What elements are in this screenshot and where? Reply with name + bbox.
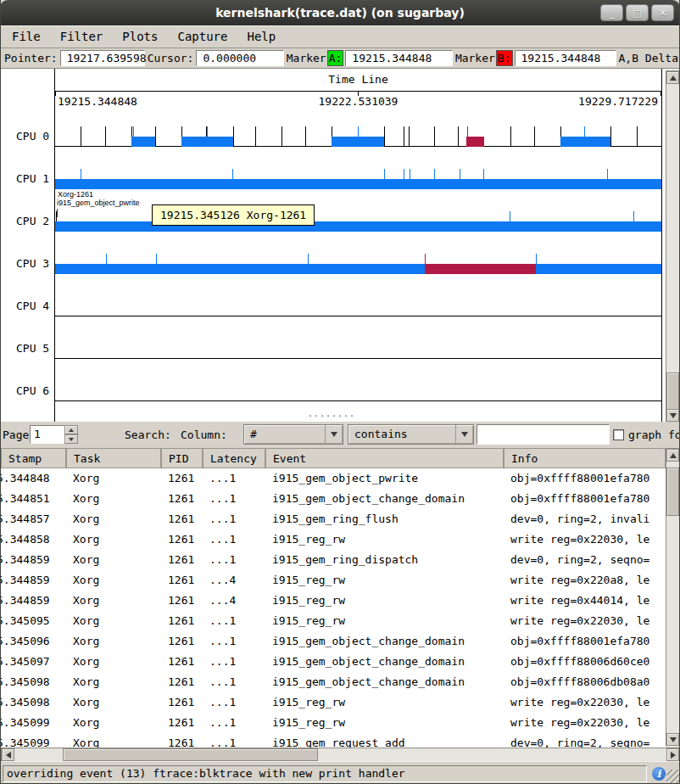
close-button[interactable]: ✕ (651, 4, 674, 21)
sched-bar-blue[interactable] (560, 137, 610, 147)
table-row[interactable]: 5.344859Xorg1261...4i915_reg_rwwrite reg… (1, 591, 666, 611)
match-select[interactable]: contains (348, 424, 474, 445)
sched-bar-blue[interactable] (332, 137, 384, 147)
column-header-info[interactable]: Info (504, 448, 666, 468)
sched-bar-red[interactable] (425, 264, 536, 274)
sched-bar-blue[interactable] (55, 221, 661, 232)
cpu-label: CPU 0 (16, 130, 49, 144)
cell-stamp: 5.344848 (1, 468, 66, 489)
table-row[interactable]: 5.344851Xorg1261...1i915_gem_object_chan… (1, 489, 666, 509)
resize-grip-icon[interactable] (666, 770, 680, 784)
event-tick[interactable] (233, 126, 234, 147)
table-scroll-thumb[interactable] (666, 468, 679, 516)
menu-file[interactable]: File (9, 28, 43, 45)
menu-help[interactable]: Help (244, 28, 278, 45)
splitter-handle[interactable]: ········ (1, 413, 662, 420)
sched-bar-red[interactable] (466, 137, 484, 147)
menu-capture[interactable]: Capture (175, 28, 230, 45)
column-header-event[interactable]: Event (265, 448, 504, 468)
event-tick[interactable] (409, 126, 410, 147)
table-row[interactable]: 5.345096Xorg1261...1i915_gem_object_chan… (1, 631, 666, 652)
graph-scroll-down-button[interactable] (666, 409, 679, 422)
table-row[interactable]: 5.345095Xorg1261...1i915_reg_rwwrite reg… (1, 611, 666, 631)
event-tick[interactable] (255, 126, 256, 147)
graph-scroll-thumb[interactable] (666, 372, 679, 410)
event-tick[interactable] (281, 126, 282, 147)
maximize-button[interactable]: □ (626, 4, 649, 21)
sched-bar-blue[interactable] (55, 264, 661, 274)
table-scroll-left-button[interactable] (2, 748, 14, 761)
event-tick[interactable] (105, 126, 106, 147)
column-header-task[interactable]: Task (66, 448, 161, 468)
info-icon[interactable]: i (652, 767, 666, 781)
graph-follows-checkbox[interactable] (613, 429, 624, 440)
cpu-label-gutter: CPU 0CPU 1CPU 2CPU 3CPU 4CPU 5CPU 6 (1, 69, 53, 422)
cell-pid: 1261 (161, 529, 203, 550)
table-scroll-down-button[interactable] (666, 733, 679, 746)
search-input[interactable] (477, 424, 610, 445)
minimize-button[interactable]: _ (600, 4, 623, 21)
cell-latency: ...1 (203, 468, 265, 489)
event-tick[interactable] (458, 126, 459, 147)
event-tick[interactable] (305, 126, 306, 147)
arrow-up-icon (69, 428, 74, 432)
table-row[interactable]: 5.345097Xorg1261...1i915_gem_object_chan… (1, 652, 666, 672)
table-row[interactable]: 5.345099Xorg1261...1i915_reg_rwwrite reg… (1, 713, 666, 733)
task-label-tick (57, 209, 58, 217)
match-select-value: contains (348, 425, 455, 444)
event-tick[interactable] (81, 126, 81, 147)
column-select[interactable]: # (243, 424, 343, 445)
statusbar: overriding event (13) ftrace:blktrace wi… (1, 764, 680, 784)
graph-vscrollbar[interactable] (666, 70, 680, 423)
plot-area[interactable] (55, 69, 661, 422)
event-tick[interactable] (384, 126, 385, 147)
page-down-button[interactable] (64, 434, 78, 444)
table-row[interactable]: 5.345098Xorg1261...1i915_reg_rwwrite reg… (1, 692, 666, 713)
table-row[interactable]: 5.345098Xorg1261...1i915_gem_object_chan… (1, 672, 666, 692)
cell-event: i915_gem_object_change_domain (265, 489, 504, 509)
cell-event: i915_reg_rw (265, 529, 504, 550)
menu-plots[interactable]: Plots (120, 28, 160, 45)
table-hscroll-thumb[interactable] (63, 748, 318, 761)
cell-task: Xorg (66, 550, 161, 570)
sched-bar-blue[interactable] (131, 137, 155, 147)
table-row[interactable]: 5.344858Xorg1261...1i915_reg_rwwrite reg… (1, 529, 666, 550)
graph-scroll-up-button[interactable] (666, 71, 679, 84)
event-tick[interactable] (637, 126, 638, 147)
window-controls: _ □ ✕ (600, 4, 674, 21)
sched-bar-blue[interactable] (181, 137, 233, 147)
page-value[interactable]: 1 (30, 425, 64, 444)
page-spinner[interactable]: 1 (30, 425, 78, 444)
event-tick[interactable] (610, 126, 611, 147)
page-spin-buttons (64, 425, 78, 444)
column-header-pid[interactable]: PID (161, 448, 203, 468)
page-up-button[interactable] (64, 425, 78, 434)
event-tick[interactable] (510, 126, 511, 147)
sched-bar-blue[interactable] (55, 179, 661, 189)
table-row[interactable]: 5.344848Xorg1261...1i915_gem_object_pwri… (1, 468, 666, 489)
cell-event: i915_reg_rw (265, 692, 504, 713)
column-header-stamp[interactable]: Stamp (1, 448, 66, 468)
table-scroll-up-button[interactable] (666, 449, 679, 462)
event-tick[interactable] (434, 126, 435, 147)
cell-pid: 1261 (161, 489, 203, 509)
table-scroll-right-button[interactable] (666, 748, 679, 761)
event-tick[interactable] (155, 126, 156, 147)
marker-b-badge[interactable]: B: (496, 50, 513, 66)
table-hscrollbar[interactable] (1, 748, 680, 762)
menu-filter[interactable]: Filter (58, 28, 106, 45)
cell-stamp: 5.344859 (1, 591, 66, 611)
marker-a-badge[interactable]: A: (327, 50, 344, 66)
column-header-latency[interactable]: Latency (203, 448, 265, 468)
event-tick[interactable] (534, 126, 535, 147)
marker-b-label: Marker (454, 52, 496, 64)
table-row[interactable]: 5.344859Xorg1261...4i915_reg_rwwrite reg… (1, 570, 666, 591)
titlebar[interactable]: kernelshark(trace.dat) (on sugarbay) _ □… (0, 0, 680, 25)
cell-info: write reg=0x44014, le (504, 591, 666, 611)
table-vscrollbar[interactable] (666, 448, 680, 747)
table-row[interactable]: 5.344859Xorg1261...1i915_gem_ring_dispat… (1, 550, 666, 570)
event-tick[interactable] (404, 126, 404, 147)
table-row[interactable]: 5.344857Xorg1261...1i915_gem_ring_flushd… (1, 509, 666, 529)
pointer-value: 19217.639598 (60, 50, 145, 66)
cell-stamp: 5.344851 (1, 489, 66, 509)
